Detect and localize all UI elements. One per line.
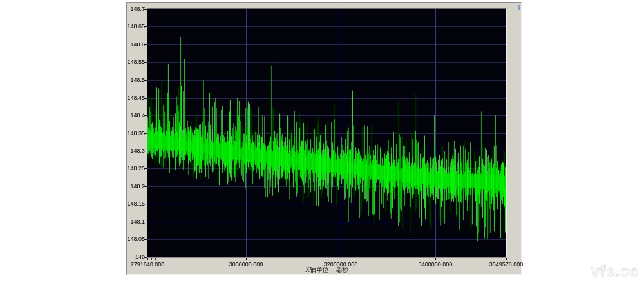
y-tick-label: 148.1: [127, 219, 145, 225]
y-tick-label: 148.2: [127, 184, 145, 189]
y-tick-label: 148.3: [127, 148, 145, 154]
x-axis-unit-label: X轴单位：毫秒: [147, 266, 507, 275]
corner-mark-icon: [518, 5, 520, 10]
plot-area: [147, 8, 507, 258]
chart-widget: 148.7148.65148.6148.55148.5148.45148.414…: [126, 2, 522, 275]
y-tick-label: 148.7: [127, 6, 145, 12]
y-tick-label: 148.4: [127, 113, 145, 119]
y-tick-label: 148.55: [127, 59, 145, 65]
y-tick-label: 148.6: [127, 42, 145, 48]
x-tick-mark: [341, 258, 341, 260]
x-tick-mark: [506, 258, 507, 260]
y-tick-label: 148.35: [127, 131, 145, 137]
y-tick-label: 148: [127, 255, 145, 260]
x-minor-tick-mark: [155, 258, 156, 260]
y-tick-label: 148.05: [127, 237, 145, 242]
x-tick-mark: [246, 258, 247, 260]
y-tick-label: 148.65: [127, 24, 145, 30]
x-minor-tick-mark: [151, 258, 152, 260]
x-tick-mark: [147, 258, 148, 260]
y-tick-label: 148.45: [127, 95, 145, 101]
signal-trace-canvas: [147, 9, 506, 257]
watermark: vfe.cc: [591, 262, 639, 280]
y-tick-label: 148.15: [127, 201, 145, 207]
y-tick-label: 148.25: [127, 166, 145, 171]
x-tick-mark: [435, 258, 436, 260]
y-tick-label: 148.5: [127, 77, 145, 83]
